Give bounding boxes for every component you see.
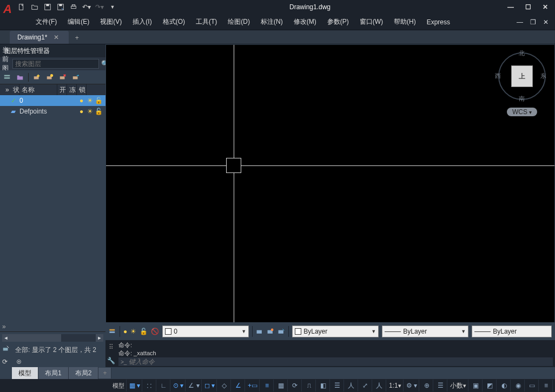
on-icon[interactable]: ●	[80, 108, 87, 115]
set-current-icon[interactable]	[71, 72, 81, 82]
doc-restore-button[interactable]: ❐	[527, 17, 539, 27]
menu-draw[interactable]: 绘图(D)	[222, 15, 255, 29]
lock-icon[interactable]: 🔓	[95, 97, 102, 104]
cycling-toggle[interactable]: ⟳	[289, 380, 302, 391]
3dosnap-toggle[interactable]: ◇	[218, 380, 231, 391]
qat-saveas-icon[interactable]	[56, 3, 65, 11]
grid-toggle[interactable]: ▦ ▾	[128, 380, 142, 391]
close-button[interactable]: ✕	[538, 2, 553, 12]
layer-states-icon[interactable]	[15, 72, 25, 82]
snap-toggle[interactable]: ⸬	[143, 380, 156, 391]
invert-filter-icon[interactable]	[2, 345, 12, 355]
layer-noprint-icon[interactable]: 🚫	[151, 325, 159, 337]
viewcube[interactable]: 北 南 东 西 上 WCS ▾	[495, 49, 549, 119]
customize-icon[interactable]: ≡	[540, 380, 553, 391]
match-layer-icon[interactable]	[256, 325, 263, 337]
menu-format[interactable]: 格式(O)	[157, 15, 190, 29]
layer-lock-icon[interactable]: 🔓	[140, 325, 148, 337]
on-icon[interactable]: ●	[80, 97, 87, 104]
doc-close-button[interactable]: ✕	[540, 17, 552, 27]
menu-view[interactable]: 视图(V)	[95, 15, 127, 29]
minimize-button[interactable]: —	[503, 2, 518, 12]
menu-parametric[interactable]: 参数(P)	[322, 15, 354, 29]
document-tab-active[interactable]: Drawing1* ✕	[10, 31, 69, 44]
autoscale-icon[interactable]: ⤢	[359, 380, 372, 391]
scroll-thumb[interactable]	[10, 334, 61, 342]
col-name[interactable]: 名称	[19, 84, 57, 96]
qat-custom-dropdown[interactable]: ▼	[108, 3, 117, 11]
scale-button[interactable]: 1:1 ▾	[387, 380, 404, 391]
tab-layout2[interactable]: 布局2	[69, 367, 99, 380]
drawing-canvas[interactable]: 北 南 东 西 上 WCS ▾	[105, 44, 555, 323]
isolate-icon[interactable]: ◐	[498, 380, 511, 391]
menu-tools[interactable]: 工具(T)	[190, 15, 222, 29]
doc-minimize-button[interactable]: —	[514, 17, 526, 27]
quickprops-icon[interactable]: ▣	[470, 380, 483, 391]
refresh-icon[interactable]: ⟳	[2, 358, 12, 368]
freeze-icon[interactable]: ☀	[87, 108, 95, 115]
lineweight-toggle[interactable]: ≡	[261, 380, 274, 391]
units-button[interactable]: 小数 ▾	[448, 380, 468, 391]
layer-on-icon[interactable]: ●	[123, 325, 127, 337]
annomon2-icon[interactable]: ⊕	[420, 380, 433, 391]
osnap-toggle[interactable]: ◻ ▾	[203, 380, 217, 391]
layer-combo[interactable]: 0 ▼	[162, 325, 249, 337]
menu-dimension[interactable]: 标注(N)	[255, 15, 288, 29]
maximize-button[interactable]: ☐	[520, 2, 536, 12]
freeze-icon[interactable]: ☀	[87, 97, 95, 104]
model-space-button[interactable]: 模型	[111, 380, 127, 391]
cmd-wrench-icon[interactable]: 🔧	[107, 357, 115, 364]
tab-layout1[interactable]: 布局1	[38, 367, 69, 380]
viewcube-north[interactable]: 北	[519, 49, 525, 57]
layer-props-icon[interactable]	[109, 325, 116, 337]
menu-edit[interactable]: 编辑(E)	[62, 15, 95, 29]
col-on[interactable]: 开	[57, 84, 67, 96]
viewcube-south[interactable]: 南	[519, 95, 525, 103]
annomon-icon[interactable]: 人	[345, 380, 358, 391]
menu-help[interactable]: 帮助(H)	[388, 15, 421, 29]
lineweight-combo[interactable]: ByLayer	[472, 325, 552, 337]
layer-row[interactable]: ▰ Defpoints ● ☀ 🔓	[0, 106, 105, 117]
menu-express[interactable]: Express	[421, 16, 455, 28]
command-input[interactable]	[129, 358, 551, 366]
qat-save-icon[interactable]	[43, 3, 52, 11]
ws-switch-icon[interactable]: ⚙ ▾	[405, 380, 419, 391]
settings-icon[interactable]	[15, 358, 25, 368]
menu-file[interactable]: 文件(F)	[30, 15, 62, 29]
col-freeze[interactable]: 冻	[67, 84, 77, 96]
cleanscreen-icon[interactable]: ▭	[526, 380, 539, 391]
layer-prev-icon[interactable]	[278, 325, 285, 337]
viewcube-west[interactable]: 西	[495, 72, 501, 80]
scroll-right-icon[interactable]: ►	[96, 334, 103, 342]
viewcube-top[interactable]: 上	[511, 65, 533, 87]
qat-open-icon[interactable]	[30, 3, 39, 11]
iso-toggle[interactable]: ∠ ▾	[187, 380, 201, 391]
layer-freeze-icon[interactable]: ☀	[130, 325, 136, 337]
ortho-toggle[interactable]: ∟	[157, 380, 170, 391]
qat-redo-icon[interactable]: ↷▾	[95, 3, 104, 11]
command-input-row[interactable]: >_	[118, 357, 553, 366]
delete-layer-icon[interactable]	[58, 72, 68, 82]
layer-iso-icon[interactable]	[267, 325, 274, 337]
add-tab-button[interactable]: +	[71, 32, 83, 44]
units-icon[interactable]: ☰	[434, 380, 447, 391]
color-combo[interactable]: ByLayer ▼	[292, 325, 379, 337]
sc-toggle[interactable]: ☰	[331, 380, 344, 391]
otrack-toggle[interactable]: ∠	[232, 380, 245, 391]
new-layer-icon[interactable]	[32, 72, 42, 82]
close-tab-icon[interactable]: ✕	[54, 34, 59, 41]
new-layer-vp-icon[interactable]	[45, 72, 55, 82]
linetype-combo[interactable]: ByLayer ▼	[382, 325, 468, 337]
tab-model[interactable]: 模型	[12, 367, 38, 380]
layer-search-input[interactable]	[12, 59, 99, 69]
col-state[interactable]: 状	[11, 84, 19, 96]
transparency-toggle[interactable]: ▦	[275, 380, 288, 391]
hwacc-icon[interactable]: ◉	[512, 380, 525, 391]
expand-filters-icon[interactable]: »	[0, 322, 105, 331]
scroll-left-icon[interactable]: ◄	[2, 334, 10, 342]
col-lock[interactable]: 锁	[77, 84, 87, 96]
layer-row[interactable]: ✓ 0 ● ☀ 🔓	[0, 95, 105, 106]
polar-toggle[interactable]: ⊙ ▾	[171, 380, 186, 391]
menu-modify[interactable]: 修改(M)	[288, 15, 322, 29]
layer-filter-icon[interactable]	[2, 72, 12, 82]
